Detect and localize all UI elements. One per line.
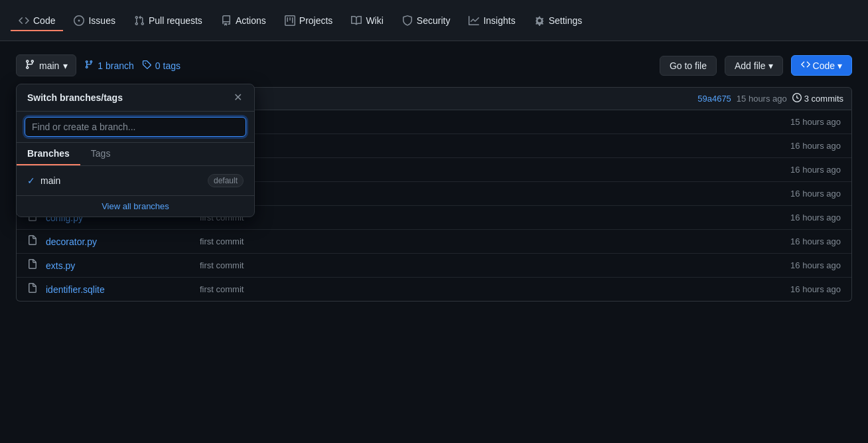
nav-item-issues[interactable]: Issues bbox=[66, 10, 123, 31]
nav-code-label: Code bbox=[33, 15, 55, 26]
branch-count-link[interactable]: 1 branch bbox=[84, 60, 133, 71]
dropdown-header: Switch branches/tags ✕ bbox=[17, 84, 254, 112]
nav-security-label: Security bbox=[417, 15, 451, 26]
nav-insights-label: Insights bbox=[483, 15, 515, 26]
file-commit-extspy: first commit bbox=[200, 260, 766, 270]
file-commit-configpy: first commit bbox=[200, 213, 766, 222]
branch-icon bbox=[25, 59, 35, 72]
nav-item-pull-requests[interactable]: Pull requests bbox=[126, 10, 210, 31]
security-icon bbox=[402, 15, 413, 26]
branch-name: main bbox=[40, 175, 60, 186]
main-content: main ▾ 1 branch 0 tags Go to file Add fi… bbox=[0, 41, 868, 315]
branch-selector-button[interactable]: main ▾ bbox=[16, 54, 76, 76]
clock-icon bbox=[792, 93, 802, 104]
code-button[interactable]: Code ▾ bbox=[791, 55, 852, 76]
file-commit-readme: Readme bbox=[200, 165, 766, 175]
check-icon: ✓ bbox=[27, 175, 35, 186]
issues-icon bbox=[74, 15, 84, 26]
branch-search-input[interactable] bbox=[25, 117, 246, 137]
go-to-file-button[interactable]: Go to file bbox=[660, 56, 717, 76]
file-time-apppy: 16 hours ago bbox=[774, 189, 841, 199]
commit-hash[interactable]: 59a4675 bbox=[697, 94, 731, 104]
file-time-configpy: 16 hours ago bbox=[774, 213, 841, 222]
file-name-identifier[interactable]: identifier.sqlite bbox=[46, 284, 192, 295]
tags-count: 0 tags bbox=[155, 60, 181, 71]
file-name-extspy[interactable]: exts.py bbox=[46, 260, 192, 271]
dropdown-title: Switch branches/tags bbox=[27, 92, 123, 103]
nav-item-actions[interactable]: Actions bbox=[213, 10, 274, 31]
code-button-label: Code bbox=[813, 60, 835, 71]
chevron-down-icon: ▾ bbox=[63, 60, 68, 71]
file-time-auth: 15 hours ago bbox=[774, 117, 841, 127]
pull-requests-icon bbox=[134, 15, 145, 26]
file-time-decoratorpy: 16 hours ago bbox=[774, 236, 841, 246]
commit-time: 15 hours ago bbox=[737, 94, 787, 104]
chevron-down-icon-add: ▾ bbox=[768, 60, 773, 71]
nav-actions-label: Actions bbox=[236, 15, 266, 26]
table-row[interactable]: exts.py first commit 16 hours ago bbox=[17, 254, 851, 278]
file-commit-identifier: first commit bbox=[200, 284, 766, 294]
nav-item-projects[interactable]: Projects bbox=[277, 10, 341, 31]
dropdown-search-area bbox=[17, 112, 254, 143]
nav-pr-label: Pull requests bbox=[149, 15, 202, 26]
toolbar-row: main ▾ 1 branch 0 tags Go to file Add fi… bbox=[16, 54, 852, 76]
commits-link[interactable]: 3 commits bbox=[792, 93, 843, 104]
projects-icon bbox=[285, 15, 295, 26]
dropdown-branch-list: ✓ main default bbox=[17, 166, 254, 195]
nav-item-insights[interactable]: Insights bbox=[461, 10, 523, 31]
wiki-icon bbox=[351, 15, 362, 26]
code-icon bbox=[19, 15, 29, 26]
add-file-button[interactable]: Add file ▾ bbox=[725, 56, 783, 76]
file-icon bbox=[27, 283, 38, 296]
branch-count: 1 branch bbox=[98, 60, 133, 71]
nav-item-security[interactable]: Security bbox=[394, 10, 459, 31]
tab-tags[interactable]: Tags bbox=[80, 143, 121, 165]
branches-dropdown: Switch branches/tags ✕ Branches Tags ✓ m… bbox=[16, 84, 255, 217]
commits-count-label: 3 commits bbox=[804, 94, 843, 104]
file-commit-templates: first commit bbox=[200, 141, 766, 151]
nav-item-wiki[interactable]: Wiki bbox=[343, 10, 391, 31]
file-icon bbox=[27, 235, 38, 248]
table-row[interactable]: identifier.sqlite first commit 16 hours … bbox=[17, 278, 851, 301]
nav-wiki-label: Wiki bbox=[366, 15, 383, 26]
branch-list-item[interactable]: ✓ main default bbox=[17, 169, 254, 193]
chevron-down-icon-code: ▾ bbox=[837, 60, 842, 71]
nav-item-settings[interactable]: Settings bbox=[526, 10, 591, 31]
file-commit-decoratorpy: first commit bbox=[200, 236, 766, 246]
tags-count-link[interactable]: 0 tags bbox=[142, 60, 181, 71]
view-all-branches-link[interactable]: View all branches bbox=[17, 195, 254, 217]
file-time-templates: 16 hours ago bbox=[774, 141, 841, 151]
branch-icon-small bbox=[84, 60, 94, 71]
file-time-readme: 16 hours ago bbox=[774, 165, 841, 175]
default-badge: default bbox=[208, 174, 244, 187]
nav-settings-label: Settings bbox=[549, 15, 583, 26]
tag-icon bbox=[142, 60, 151, 71]
branch-name-label: main bbox=[39, 60, 59, 71]
nav-issues-label: Issues bbox=[88, 15, 115, 26]
dropdown-tabs: Branches Tags bbox=[17, 143, 254, 166]
nav-projects-label: Projects bbox=[299, 15, 333, 26]
file-name-decoratorpy[interactable]: decorator.py bbox=[46, 236, 192, 247]
top-navigation: Code Issues Pull requests Actions Projec… bbox=[0, 0, 868, 41]
file-icon bbox=[27, 259, 38, 272]
file-commit-apppy: first commit bbox=[200, 189, 766, 199]
file-time-identifier: 16 hours ago bbox=[774, 284, 841, 294]
insights-icon bbox=[469, 15, 479, 26]
close-dropdown-button[interactable]: ✕ bbox=[232, 91, 244, 104]
tab-branches[interactable]: Branches bbox=[17, 143, 80, 165]
actions-icon bbox=[221, 15, 232, 26]
file-time-extspy: 16 hours ago bbox=[774, 260, 841, 270]
nav-item-code[interactable]: Code bbox=[11, 10, 63, 31]
table-row[interactable]: decorator.py first commit 16 hours ago bbox=[17, 230, 851, 254]
settings-icon bbox=[534, 15, 545, 26]
code-brackets-icon bbox=[801, 60, 810, 71]
